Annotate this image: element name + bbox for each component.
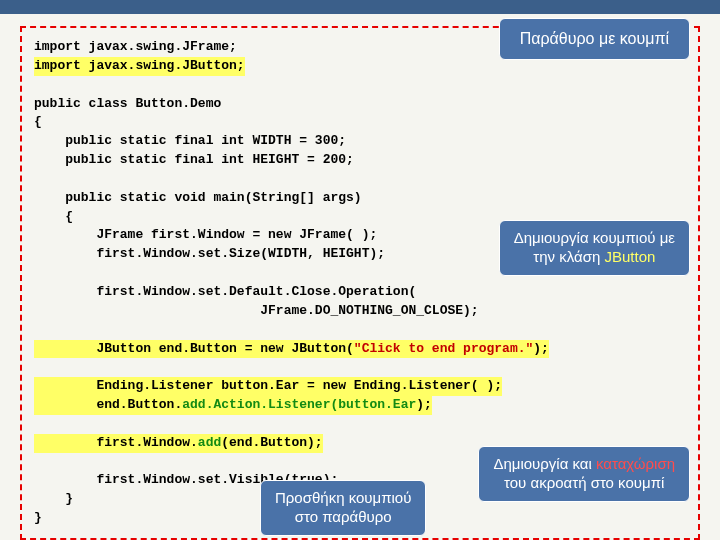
code-line-highlight: end.Button.add.Action.Listener(button.Ea… bbox=[34, 396, 432, 415]
callout-add: Προσθήκη κουμπιού στο παράθυρο bbox=[260, 480, 426, 536]
code-method: add.Action.Listener( bbox=[182, 397, 338, 412]
code-text: ); bbox=[416, 397, 432, 412]
callout-text: Δημιουργία κουμπιού με bbox=[514, 229, 675, 246]
callout-jbutton: Δημιουργία κουμπιού με την κλάση JButton bbox=[499, 220, 690, 276]
callout-em: JButton bbox=[604, 248, 655, 265]
slide-topbar bbox=[0, 0, 720, 14]
code-line: first.Window.set.Default.Close.Operation… bbox=[34, 283, 416, 302]
code-line: public static void main(String[] args) bbox=[34, 189, 362, 208]
callout-text: Παράθυρο με κουμπί bbox=[520, 30, 669, 47]
callout-text: στο παράθυρο bbox=[295, 508, 392, 525]
code-line: public class Button.Demo bbox=[34, 95, 221, 114]
callout-text: Προσθήκη κουμπιού bbox=[275, 489, 411, 506]
code-line: { bbox=[34, 208, 73, 227]
code-line: { bbox=[34, 113, 42, 132]
code-text: JButton end.Button = new JButton( bbox=[34, 341, 354, 356]
code-line: first.Window.set.Size(WIDTH, HEIGHT); bbox=[34, 245, 385, 264]
callout-text: του ακροατή στο κουμπί bbox=[504, 474, 664, 491]
code-line-highlight: Ending.Listener button.Ear = new Ending.… bbox=[34, 377, 502, 396]
callout-listener: Δημιουργία και καταχώριση του ακροατή στ… bbox=[478, 446, 690, 502]
code-text: end.Button. bbox=[34, 397, 182, 412]
code-line-highlight: first.Window.add(end.Button); bbox=[34, 434, 323, 453]
callout-text: Δημιουργία και bbox=[493, 455, 596, 472]
code-line: } bbox=[34, 490, 73, 509]
code-line-highlight: import javax.swing.JButton; bbox=[34, 57, 245, 76]
code-line: JFrame first.Window = new JFrame( ); bbox=[34, 226, 377, 245]
code-arg: button.Ear bbox=[338, 397, 416, 412]
code-method: add bbox=[198, 435, 221, 450]
code-line: JFrame.DO_NOTHING_ON_CLOSE); bbox=[34, 302, 479, 321]
code-text: (end.Button); bbox=[221, 435, 322, 450]
callout-text: την κλάση bbox=[533, 248, 604, 265]
code-string: "Click to end program." bbox=[354, 341, 533, 356]
code-text: ); bbox=[533, 341, 549, 356]
code-line: public static final int HEIGHT = 200; bbox=[34, 151, 354, 170]
code-line: public static final int WIDTH = 300; bbox=[34, 132, 346, 151]
code-line-highlight: JButton end.Button = new JButton("Click … bbox=[34, 340, 549, 359]
code-line: } bbox=[34, 509, 42, 528]
code-text: first.Window. bbox=[34, 435, 198, 450]
code-line: import javax.swing.JFrame; bbox=[34, 38, 237, 57]
callout-em: καταχώριση bbox=[596, 455, 675, 472]
callout-title: Παράθυρο με κουμπί bbox=[499, 18, 690, 60]
